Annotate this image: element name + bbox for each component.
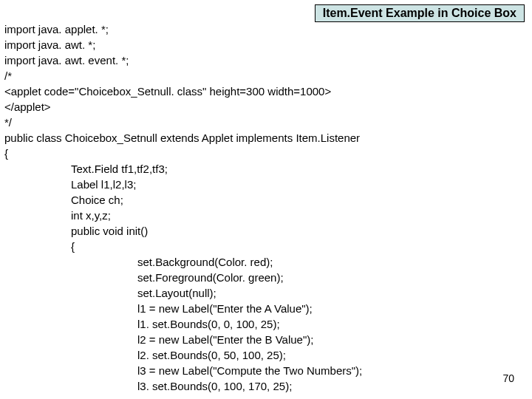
code-line: /*: [4, 69, 12, 82]
code-line: import java. awt. *;: [4, 38, 95, 51]
code-line: public class Choicebox_Setnull extends A…: [4, 132, 360, 144]
code-line: import java. awt. event. *;: [4, 54, 129, 66]
code-line: Text.Field tf1,tf2,tf3;: [4, 161, 362, 177]
code-line: Choice ch;: [4, 192, 362, 208]
code-line: l3 = new Label("Compute the Two Numbers"…: [4, 363, 362, 378]
code-line: import java. applet. *;: [4, 23, 109, 35]
code-line: l2. set.Bounds(0, 50, 100, 25);: [4, 347, 362, 363]
code-line: */: [4, 116, 12, 129]
code-line: l1 = new Label("Enter the A Value");: [4, 301, 362, 316]
code-line: </applet>: [4, 100, 51, 113]
code-line: public void init(): [4, 223, 362, 239]
code-line: {: [4, 147, 8, 160]
code-line: {: [4, 239, 362, 254]
code-line: int x,y,z;: [4, 208, 362, 223]
code-line: <applet code="Choicebox_Setnull. class" …: [4, 85, 331, 98]
code-line: l1. set.Bounds(0, 0, 100, 25);: [4, 316, 362, 332]
code-line: set.Foreground(Color. green);: [4, 270, 362, 285]
code-block: import java. applet. *; import java. awt…: [4, 6, 362, 394]
code-line: Label l1,l2,l3;: [4, 177, 362, 192]
code-line: l3. set.Bounds(0, 100, 170, 25);: [4, 378, 362, 394]
code-line: l2 = new Label("Enter the B Value");: [4, 332, 362, 347]
code-line: set.Background(Color. red);: [4, 254, 362, 270]
code-line: set.Layout(null);: [4, 285, 362, 301]
page-number: 70: [502, 372, 514, 384]
